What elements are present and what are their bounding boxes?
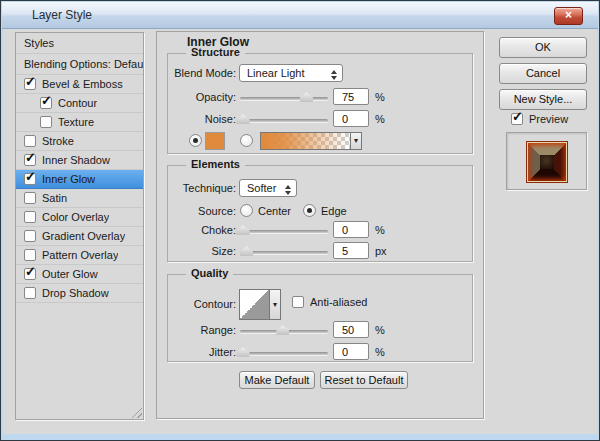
jitter-input[interactable] — [333, 343, 369, 360]
sidebar-item-blending-options[interactable]: Blending Options: Default — [16, 54, 143, 75]
gradient-dropdown-icon[interactable]: ▾ — [350, 133, 361, 149]
checkbox-icon[interactable]: ✓ — [24, 78, 36, 90]
slider-thumb[interactable] — [276, 325, 289, 335]
slider-thumb[interactable] — [237, 114, 250, 124]
elements-group: Elements Technique: Softer Source: Cente… — [167, 165, 473, 262]
range-slider[interactable] — [240, 329, 328, 335]
noise-input[interactable] — [333, 110, 369, 127]
sidebar-item-label: Texture — [58, 116, 94, 128]
stepper-icon — [285, 182, 291, 198]
quality-group: Quality Contour: ▾ Anti-aliased Range: — [167, 274, 473, 362]
sidebar-item-outer-glow[interactable]: ✓ Outer Glow — [16, 265, 143, 284]
window-title: Layer Style — [32, 8, 92, 22]
sidebar-item-color-overlay[interactable]: Color Overlay — [16, 208, 143, 227]
size-slider[interactable] — [240, 250, 328, 256]
source-edge-label: Edge — [321, 202, 347, 220]
resize-grip-icon[interactable] — [131, 407, 142, 418]
sidebar-item-pattern-overlay[interactable]: Pattern Overlay — [16, 246, 143, 265]
checkbox-icon[interactable]: ✓ — [40, 97, 52, 109]
contour-thumbnail[interactable] — [239, 289, 270, 320]
technique-label: Technique: — [168, 179, 236, 197]
stepper-icon — [331, 67, 337, 83]
size-unit: px — [375, 242, 387, 260]
sidebar-item-label: Stroke — [42, 135, 74, 147]
checkbox-icon[interactable] — [24, 192, 36, 204]
opacity-unit: % — [375, 88, 385, 106]
blend-mode-select[interactable]: Linear Light — [239, 64, 343, 82]
size-input[interactable] — [333, 242, 369, 259]
contour-dropdown-icon[interactable]: ▾ — [270, 289, 281, 320]
sidebar-item-texture[interactable]: Texture — [16, 113, 143, 132]
slider-thumb[interactable] — [237, 347, 250, 357]
technique-select[interactable]: Softer — [239, 179, 297, 197]
sidebar-item-label: Color Overlay — [42, 211, 109, 223]
color-radio[interactable] — [189, 134, 202, 147]
sidebar-item-contour[interactable]: ✓ Contour — [16, 94, 143, 113]
glow-color-swatch[interactable] — [205, 132, 225, 150]
titlebar[interactable]: Layer Style × — [2, 2, 598, 29]
sidebar-item-inner-shadow[interactable]: ✓ Inner Shadow — [16, 151, 143, 170]
checkbox-icon[interactable]: ✓ — [24, 154, 36, 166]
sidebar-item-label: Inner Shadow — [42, 154, 110, 166]
layer-style-dialog: Layer Style × Styles Blending Options: D… — [0, 0, 600, 441]
antialiased-checkbox[interactable] — [292, 296, 304, 308]
preview-label: Preview — [529, 113, 568, 125]
close-button[interactable]: × — [554, 7, 583, 25]
checkbox-icon[interactable]: ✓ — [24, 173, 36, 185]
source-edge-radio[interactable] — [303, 204, 316, 217]
checkbox-icon[interactable] — [40, 116, 52, 128]
quality-legend: Quality — [186, 267, 233, 279]
reset-to-default-button[interactable]: Reset to Default — [320, 371, 408, 389]
sidebar-item-drop-shadow[interactable]: Drop Shadow — [16, 284, 143, 303]
opacity-input[interactable] — [333, 88, 369, 105]
source-label: Source: — [168, 202, 236, 220]
checkbox-icon[interactable] — [24, 287, 36, 299]
styles-list: Styles Blending Options: Default ✓ Bevel… — [15, 32, 144, 420]
choke-label: Choke: — [168, 221, 236, 239]
cancel-button[interactable]: Cancel — [499, 63, 587, 84]
sidebar-item-label: Outer Glow — [42, 268, 98, 280]
noise-slider[interactable] — [240, 118, 328, 124]
sidebar-item-label: Satin — [42, 192, 67, 204]
slider-thumb[interactable] — [300, 92, 313, 102]
range-label: Range: — [168, 321, 236, 339]
jitter-slider[interactable] — [240, 351, 328, 357]
elements-legend: Elements — [186, 158, 245, 170]
sidebar-item-label: Gradient Overlay — [42, 230, 125, 242]
checkbox-icon[interactable]: ✓ — [24, 268, 36, 280]
sidebar-item-satin[interactable]: Satin — [16, 189, 143, 208]
choke-slider[interactable] — [240, 229, 328, 235]
sidebar-item-label: Bevel & Emboss — [42, 78, 123, 90]
noise-unit: % — [375, 110, 385, 128]
opacity-label: Opacity: — [168, 88, 236, 106]
styles-list-items: ✓ Bevel & Emboss ✓ Contour Texture Strok… — [16, 75, 143, 303]
antialiased-label: Anti-aliased — [310, 296, 367, 308]
sidebar-item-gradient-overlay[interactable]: Gradient Overlay — [16, 227, 143, 246]
gradient-radio[interactable] — [240, 134, 253, 147]
choke-unit: % — [375, 221, 385, 239]
gradient-bar[interactable]: ▾ — [260, 132, 362, 150]
ok-button[interactable]: OK — [499, 37, 587, 58]
checkbox-icon[interactable] — [24, 249, 36, 261]
make-default-button[interactable]: Make Default — [239, 371, 315, 389]
range-input[interactable] — [333, 321, 369, 338]
sidebar-item-stroke[interactable]: Stroke — [16, 132, 143, 151]
new-style-button[interactable]: New Style... — [499, 89, 587, 110]
sidebar-item-bevel-emboss[interactable]: ✓ Bevel & Emboss — [16, 75, 143, 94]
size-label: Size: — [168, 242, 236, 260]
slider-thumb[interactable] — [240, 246, 253, 256]
opacity-slider[interactable] — [240, 96, 328, 102]
checkbox-icon[interactable] — [24, 135, 36, 147]
range-unit: % — [375, 321, 385, 339]
sidebar-item-inner-glow[interactable]: ✓ Inner Glow — [16, 170, 143, 189]
contour-label: Contour: — [168, 295, 236, 313]
preview-checkbox[interactable]: ✓ — [511, 113, 523, 125]
source-center-radio[interactable] — [240, 204, 253, 217]
choke-input[interactable] — [333, 221, 369, 238]
jitter-unit: % — [375, 343, 385, 361]
sidebar-item-styles[interactable]: Styles — [16, 33, 143, 54]
checkbox-icon[interactable] — [24, 230, 36, 242]
sidebar-item-label: Contour — [58, 97, 97, 109]
slider-thumb[interactable] — [237, 225, 250, 235]
checkbox-icon[interactable] — [24, 211, 36, 223]
